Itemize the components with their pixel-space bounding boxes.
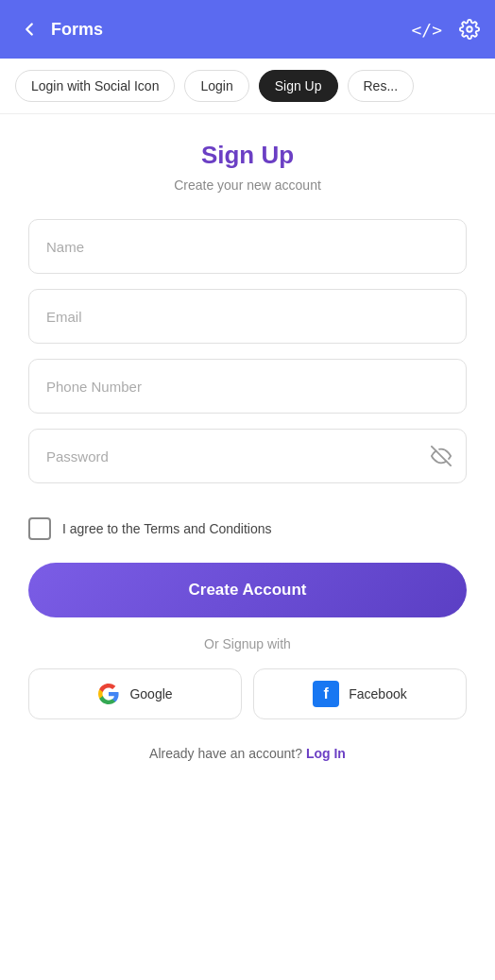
login-prompt-row: Already have an account? Log In bbox=[28, 746, 467, 761]
settings-icon[interactable] bbox=[459, 19, 480, 40]
google-label: Google bbox=[129, 686, 172, 701]
login-link[interactable]: Log In bbox=[306, 746, 346, 761]
or-text: Or Signup with bbox=[28, 636, 467, 651]
tab-login-social[interactable]: Login with Social Icon bbox=[15, 70, 175, 102]
header: Forms </> bbox=[0, 0, 495, 59]
tab-signup[interactable]: Sign Up bbox=[259, 70, 338, 102]
email-input[interactable] bbox=[28, 289, 467, 344]
social-buttons-row: Google f Facebook bbox=[28, 668, 467, 719]
facebook-icon: f bbox=[313, 681, 339, 707]
google-button[interactable]: Google bbox=[28, 668, 242, 719]
facebook-button[interactable]: f Facebook bbox=[253, 668, 467, 719]
terms-checkbox-row: I agree to the Terms and Conditions bbox=[28, 517, 467, 540]
password-field-group bbox=[28, 429, 467, 483]
tab-login[interactable]: Login bbox=[184, 70, 248, 102]
page-title: Sign Up bbox=[28, 141, 467, 170]
name-field-group bbox=[28, 219, 467, 274]
facebook-label: Facebook bbox=[349, 686, 406, 701]
tab-bar: Login with Social Icon Login Sign Up Res… bbox=[0, 59, 495, 114]
page-subtitle: Create your new account bbox=[28, 177, 467, 193]
back-button[interactable] bbox=[15, 15, 43, 43]
phone-input[interactable] bbox=[28, 359, 467, 414]
phone-frame: Forms </> Login with Social Icon Login S… bbox=[0, 0, 495, 980]
password-input[interactable] bbox=[28, 429, 467, 483]
google-icon bbox=[97, 683, 120, 705]
header-title: Forms bbox=[51, 20, 103, 40]
phone-field-group bbox=[28, 359, 467, 414]
tab-reset[interactable]: Res... bbox=[348, 70, 415, 102]
terms-checkbox[interactable] bbox=[28, 517, 51, 540]
header-right: </> bbox=[411, 19, 480, 40]
header-left: Forms bbox=[15, 15, 103, 43]
code-icon[interactable]: </> bbox=[411, 20, 442, 40]
email-field-group bbox=[28, 289, 467, 344]
page-content: Sign Up Create your new account bbox=[0, 114, 495, 980]
password-toggle-icon[interactable] bbox=[431, 446, 452, 466]
create-account-button[interactable]: Create Account bbox=[28, 563, 467, 617]
svg-point-0 bbox=[467, 26, 472, 32]
terms-label: I agree to the Terms and Conditions bbox=[62, 521, 272, 536]
have-account-text: Already have an account? bbox=[149, 746, 302, 761]
name-input[interactable] bbox=[28, 219, 467, 274]
